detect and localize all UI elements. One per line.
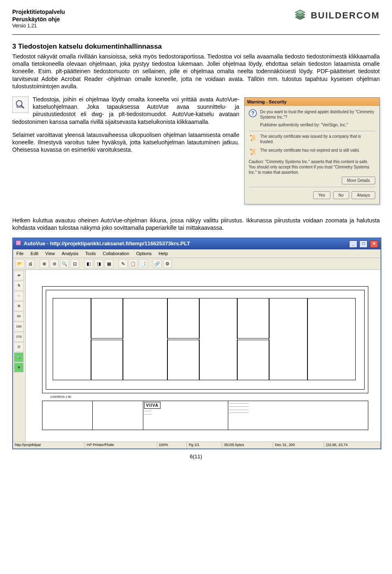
drawing-titleblock: VIIVA ——— ——— ———————— ———————— ————————…	[42, 401, 368, 430]
dialog-authenticity: Publisher authenticity verified by: "Ver…	[260, 122, 375, 128]
status-zoom: 100%	[157, 442, 187, 448]
logo-icon	[293, 8, 307, 23]
autovue-menubar: File Edit View Analysis Tools Collaborat…	[13, 249, 381, 258]
autovue-toolbar: 📂 🖨 ⊕ ⊖ 🔍 ⊡ ◧ ◨ ▦ ✎ 📋 📑 🔗 ⚙	[13, 258, 381, 270]
page-number: 6(11)	[12, 453, 380, 460]
maximize-button[interactable]: □	[359, 240, 368, 248]
security-warning-dialog: Warning - Security ? Do you want to trus…	[244, 97, 380, 204]
menu-view[interactable]: View	[45, 251, 55, 256]
menu-file[interactable]: File	[16, 251, 24, 256]
tool-button[interactable]: 📑	[139, 259, 148, 268]
autovue-title: AutoVue - http://projektipankki.raksanet…	[24, 240, 190, 247]
magnifier-icon	[12, 96, 29, 113]
header-separator	[12, 34, 380, 35]
svg-text:?: ?	[251, 110, 255, 117]
dialog-cert2: The security certificate has not expired…	[260, 148, 360, 153]
autovue-app-icon	[16, 240, 21, 248]
cert-icon: 📜	[249, 134, 257, 142]
side-tool[interactable]: ⇄	[14, 271, 24, 280]
paragraph-1: Tiedostot näkyvät omalla rivillään kansi…	[12, 53, 380, 90]
cert-icon: 📜	[249, 148, 257, 156]
zoom-fit-button[interactable]: 🔍	[60, 259, 69, 268]
zoom-out-button[interactable]: ⊖	[50, 259, 59, 268]
side-tool[interactable]: 🔍	[14, 352, 24, 362]
dialog-caution: Caution: "Cimmetry Systems Inc." asserts…	[249, 159, 375, 175]
svg-rect-8	[16, 240, 21, 245]
floorplan-drawing	[42, 286, 368, 393]
open-button[interactable]: 📂	[16, 259, 24, 268]
tool-button[interactable]: 📋	[129, 259, 138, 268]
side-tool[interactable]: ⊞	[14, 301, 24, 311]
more-details-button[interactable]: More Details	[342, 177, 375, 184]
menu-help[interactable]: Help	[158, 251, 168, 256]
side-rotate-180[interactable]: 180	[14, 322, 24, 332]
autovue-side-toolbar: ⇄ ⇅ ↔ ⊞ 90 180 270 ⊡ 🔍 ⊕	[13, 270, 26, 442]
status-page: Pg 1/1	[187, 442, 222, 448]
print-button[interactable]: 🖨	[26, 259, 35, 268]
zoom-in-button[interactable]: ⊕	[40, 259, 49, 268]
menu-options[interactable]: Options	[136, 251, 151, 256]
autovue-titlebar: AutoVue - http://projektipankki.raksanet…	[13, 238, 381, 249]
tool-button[interactable]: ✎	[118, 259, 127, 268]
doc-version: Versio 1.21	[12, 23, 65, 29]
tool-button[interactable]: ⚙	[163, 259, 172, 268]
status-coords: (22,96, 23,74	[324, 442, 381, 448]
menu-edit[interactable]: Edit	[31, 251, 38, 256]
tool-button[interactable]: ◧	[84, 259, 93, 268]
dialog-title: Warning - Security	[245, 98, 379, 106]
side-tool[interactable]: ⊡	[14, 342, 24, 352]
tool-button[interactable]: 🔗	[153, 259, 162, 268]
dialog-question: Do you want to trust the signed applet d…	[260, 109, 375, 120]
status-bytes: 35155 bytes	[222, 442, 273, 448]
doc-subtitle: Peruskäytön ohje	[12, 16, 65, 23]
no-button[interactable]: No	[333, 191, 349, 199]
titleblock-brand: VIIVA	[144, 402, 160, 409]
tool-button[interactable]: ▦	[105, 259, 114, 268]
question-icon: ?	[249, 109, 257, 117]
side-rotate-90[interactable]: 90	[14, 312, 24, 321]
yes-button[interactable]: Yes	[313, 191, 330, 199]
status-printer: HP Printer/Plotte	[85, 442, 157, 448]
side-tool[interactable]: ⇅	[14, 281, 24, 291]
section-heading: 3 Tiedostojen katselu dokumentinhallinna…	[12, 42, 380, 51]
side-tool[interactable]: ↔	[14, 291, 24, 301]
status-url: http://projektipar	[13, 442, 85, 448]
autovue-canvas[interactable]: 2.KERROS 1:50 VIIVA ——— ——— ———————— ———…	[26, 270, 381, 442]
tool-button[interactable]: ◨	[94, 259, 103, 268]
logo-text: BUILDERCOM	[311, 10, 380, 22]
paragraph-4: Hetken kuluttua avautuu oheinen AutoVue-…	[12, 217, 380, 231]
status-date: Dec 31, 200	[273, 442, 324, 448]
window-controls: _ □ ✕	[348, 240, 378, 248]
menu-tools[interactable]: Tools	[85, 251, 96, 256]
doc-title: Projektitietopalvelu	[12, 8, 65, 16]
page-header: Projektitietopalvelu Peruskäytön ohje Ve…	[12, 8, 380, 33]
close-button[interactable]: ✕	[370, 240, 378, 248]
menu-collaboration[interactable]: Collaboration	[103, 251, 129, 256]
menu-analysis[interactable]: Analysis	[62, 251, 78, 256]
header-left: Projektitietopalvelu Peruskäytön ohje Ve…	[12, 8, 65, 29]
drawing-label: 2.KERROS 1:50	[50, 395, 71, 399]
svg-rect-7	[17, 106, 22, 108]
minimize-button[interactable]: _	[349, 240, 357, 248]
zoom-area-button[interactable]: ⊡	[70, 259, 79, 268]
autovue-window: AutoVue - http://projektipankki.raksanet…	[12, 238, 381, 449]
logo: BUILDERCOM	[293, 8, 380, 23]
side-tool[interactable]: ⊕	[14, 363, 24, 372]
side-rotate-270[interactable]: 270	[14, 332, 24, 342]
autovue-statusbar: http://projektipar HP Printer/Plotte 100…	[13, 442, 381, 448]
dialog-cert1: The security certificate was issued by a…	[260, 134, 375, 144]
always-button[interactable]: Always	[352, 191, 375, 199]
